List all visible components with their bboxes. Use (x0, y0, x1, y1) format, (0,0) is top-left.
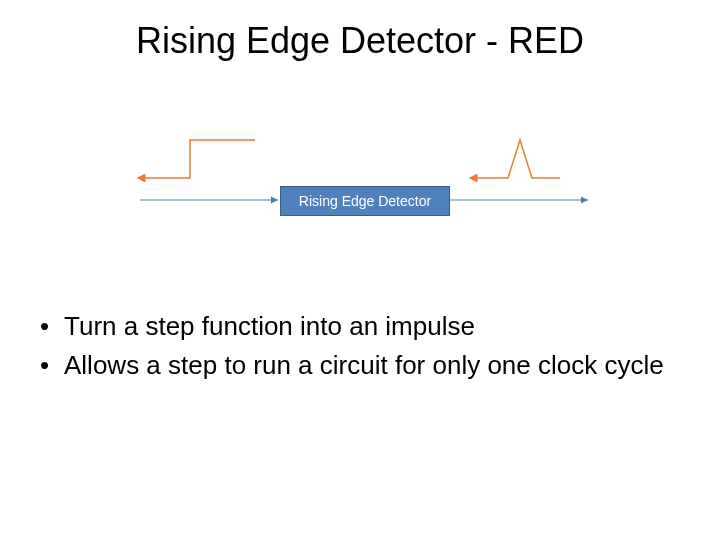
detector-block: Rising Edge Detector (280, 186, 450, 216)
output-impulse-waveform (470, 140, 560, 178)
bullet-text: Turn a step function into an impulse (64, 310, 475, 343)
bullet-dot-icon: • (40, 349, 64, 382)
input-step-waveform (138, 140, 255, 178)
diagram-svg (120, 120, 600, 240)
slide-title: Rising Edge Detector - RED (0, 20, 720, 62)
bullet-item: • Turn a step function into an impulse (40, 310, 680, 343)
diagram: Rising Edge Detector (120, 120, 600, 240)
bullet-dot-icon: • (40, 310, 64, 343)
bullet-text: Allows a step to run a circuit for only … (64, 349, 664, 382)
detector-block-label: Rising Edge Detector (299, 193, 431, 209)
bullet-list: • Turn a step function into an impulse •… (40, 310, 680, 387)
bullet-item: • Allows a step to run a circuit for onl… (40, 349, 680, 382)
